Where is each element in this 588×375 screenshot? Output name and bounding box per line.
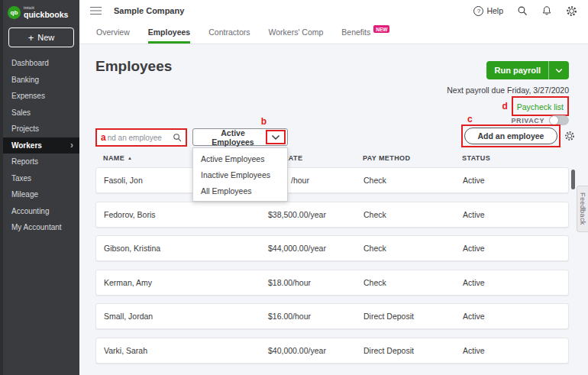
next-payroll-text: Next payroll due Friday, 3/27/2020 <box>447 86 569 95</box>
sidebar-item-label: My Accountant <box>11 223 62 231</box>
tab-label: Contractors <box>208 27 250 37</box>
paycheck-list-row: d Paycheck list <box>502 96 569 116</box>
cell-pay-method: Check <box>363 210 463 219</box>
sidebar: qb intuit quickbooks + New Dashboard Ban… <box>0 0 79 375</box>
employee-filter: b Active Employees Active Employees Inac… <box>192 128 288 146</box>
feedback-tab[interactable]: Feedback <box>577 186 588 232</box>
search-icon <box>173 133 182 142</box>
cell-pay-rate: $44,000.00/year <box>268 244 363 253</box>
add-employee-annotation-box: Add an employee <box>461 124 561 147</box>
sidebar-item-label: Taxes <box>11 174 31 183</box>
cell-status: Active <box>463 176 568 185</box>
cell-status: Active <box>463 278 568 287</box>
sidebar-item-reports[interactable]: Reports <box>3 154 79 170</box>
scrollbar-thumb[interactable] <box>571 170 575 189</box>
tab-label: Workers' Comp <box>269 27 324 37</box>
sidebar-item-sales[interactable]: Sales <box>3 105 79 121</box>
cell-status: Active <box>463 244 568 253</box>
tab-employees[interactable]: Employees <box>148 21 190 44</box>
cell-employee-name: Kerman, Amy <box>96 278 268 287</box>
tab-contractors[interactable]: Contractors <box>208 21 250 44</box>
add-employee-area: c Add an employee <box>461 124 575 147</box>
add-employee-button[interactable]: Add an employee <box>464 128 557 144</box>
tab-overview[interactable]: Overview <box>96 21 130 44</box>
hamburger-menu-icon[interactable] <box>90 7 102 15</box>
filter-selected-label: Active Employees <box>200 128 266 147</box>
sidebar-item-label: Accounting <box>11 207 49 215</box>
chevron-down-icon[interactable] <box>549 61 569 79</box>
sidebar-item-label: Projects <box>11 124 39 133</box>
new-button[interactable]: + New <box>8 27 74 47</box>
table-row[interactable]: Small, Jordan $16.00/hour Direct Deposit… <box>95 303 569 329</box>
filter-dropdown-menu: Active Employees Inactive Employees All … <box>192 147 288 202</box>
sidebar-item-label: Reports <box>11 157 38 166</box>
header-label: NAME <box>103 154 124 162</box>
cell-status: Active <box>463 210 568 219</box>
paycheck-list-link[interactable]: Paycheck list <box>517 102 564 112</box>
page-title: Employees <box>95 58 172 75</box>
sidebar-item-label: Dashboard <box>11 59 49 67</box>
sidebar-item-label: Workers <box>11 141 42 150</box>
cell-pay-rate: $38,500.00/year <box>268 210 363 219</box>
sidebar-item-label: Sales <box>11 108 31 117</box>
cell-pay-method: Check <box>363 176 463 185</box>
section-tabs: Overview Employees Contractors Workers' … <box>79 21 588 44</box>
cell-employee-name: Fedorov, Boris <box>96 210 268 219</box>
main-area: Sample Company ? Help Overview <box>79 0 588 375</box>
run-payroll-button[interactable]: Run payroll <box>486 61 569 79</box>
filter-option-active-employees[interactable]: Active Employees <box>193 150 287 166</box>
cell-pay-rate: $16.00/hour <box>268 312 363 321</box>
controls-row: a nd an employee b Active Employees Acti… <box>95 128 569 147</box>
sidebar-item-workers[interactable]: Workers› <box>3 137 79 154</box>
sidebar-item-expenses[interactable]: Expenses <box>3 88 79 105</box>
cell-pay-rate: $18.00/hour <box>268 278 363 287</box>
cell-employee-name: Gibson, Kristina <box>96 244 268 253</box>
topbar-right: ? Help <box>473 5 577 17</box>
sidebar-item-banking[interactable]: Banking <box>3 72 79 89</box>
annotation-c: c <box>467 115 473 124</box>
sidebar-item-dashboard[interactable]: Dashboard <box>3 55 79 72</box>
filter-option-inactive-employees[interactable]: Inactive Employees <box>193 166 287 183</box>
employee-filter-dropdown-button[interactable]: Active Employees <box>192 128 288 146</box>
filter-chevron-annotation-box[interactable] <box>266 130 286 144</box>
table-row[interactable]: Kerman, Amy $18.00/hour Check Active <box>95 270 569 296</box>
brand-quickbooks: quickbooks <box>24 11 68 20</box>
new-badge: NEW <box>373 25 389 33</box>
notifications-bell-icon[interactable] <box>541 5 552 16</box>
table-header-row: NAME ▲ PAY RATE PAY METHOD STATUS <box>95 154 569 167</box>
chevron-down-icon <box>271 134 280 141</box>
sidebar-item-label: Mileage <box>11 190 38 199</box>
sidebar-item-taxes[interactable]: Taxes <box>3 170 79 187</box>
filter-option-all-employees[interactable]: All Employees <box>193 183 287 199</box>
column-header-status[interactable]: STATUS <box>462 154 569 162</box>
table-row[interactable]: Fedorov, Boris $38,500.00/year Check Act… <box>95 202 569 228</box>
chevron-right-icon: › <box>70 141 73 150</box>
run-payroll-label: Run payroll <box>486 61 548 79</box>
plus-icon: + <box>28 33 34 43</box>
company-name: Sample Company <box>114 6 184 15</box>
cell-pay-method: Check <box>363 244 463 253</box>
search-icon[interactable] <box>517 5 528 16</box>
sidebar-item-accounting[interactable]: Accounting <box>3 203 79 220</box>
employee-search-input[interactable]: a nd an employee <box>95 128 187 147</box>
sidebar-item-projects[interactable]: Projects <box>3 121 79 137</box>
tab-label: Benefits <box>341 27 370 37</box>
tab-workers-comp[interactable]: Workers' Comp <box>269 21 324 44</box>
table-row[interactable]: Varki, Sarah $40,000.00/year Direct Depo… <box>95 338 569 364</box>
table-row[interactable]: Fasoli, Jon /hour Check Active <box>95 167 569 193</box>
sidebar-nav: Dashboard Banking Expenses Sales Project… <box>3 55 79 236</box>
column-header-pay-method[interactable]: PAY METHOD <box>363 154 462 162</box>
settings-gear-icon[interactable] <box>566 5 577 17</box>
sidebar-item-my-accountant[interactable]: My Accountant <box>3 219 79 236</box>
table-row[interactable]: Gibson, Kristina $44,000.00/year Check A… <box>95 235 569 261</box>
search-placeholder-text: nd an employee <box>108 134 171 142</box>
cell-status: Active <box>463 312 568 321</box>
paycheck-list-annotation-box: Paycheck list <box>512 96 569 116</box>
sidebar-item-mileage[interactable]: Mileage <box>3 186 79 203</box>
privacy-label: PRIVACY <box>511 117 544 124</box>
help-button[interactable]: ? Help <box>473 6 503 16</box>
annotation-b: b <box>261 117 267 126</box>
cell-employee-name: Varki, Sarah <box>96 346 268 355</box>
tab-benefits[interactable]: BenefitsNEW <box>341 21 389 44</box>
table-settings-gear-icon[interactable] <box>564 131 575 141</box>
